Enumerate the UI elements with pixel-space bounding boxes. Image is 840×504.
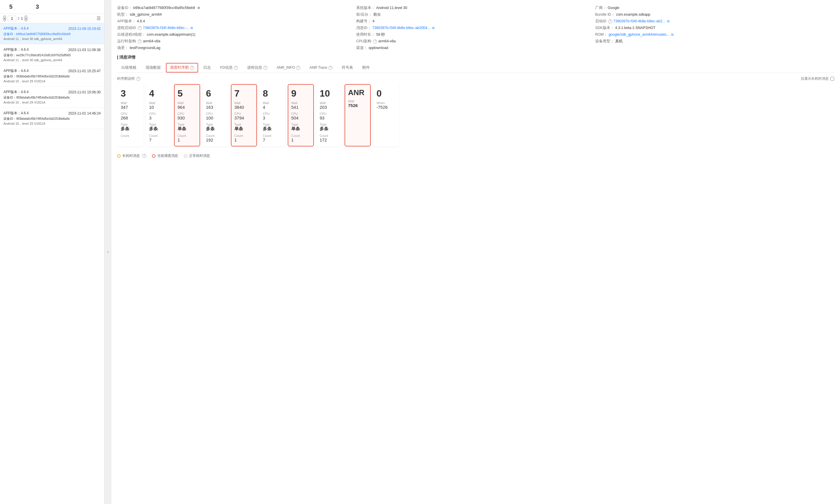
- tab-timeline[interactable]: 调度时序图?: [166, 63, 198, 72]
- tab-attach[interactable]: 附件: [358, 63, 374, 72]
- list-app-ver: APP版本：4.6.4: [3, 111, 29, 116]
- card-c5[interactable]: 5 Wall 964 CPU 930 Type 单条 Count 1: [174, 84, 200, 146]
- card-c4[interactable]: 4 Wall 10 CPU 3 Type 多条 Count 7: [146, 84, 172, 146]
- model-row: 机型： sdk_gphone_arm64: [117, 11, 354, 18]
- list-item[interactable]: APP版本：4.6.4 2023-11-09 15:19:42 设备ID：b99…: [0, 23, 104, 44]
- runtime-value: arm64-v8a: [143, 39, 160, 43]
- process-start-help-icon[interactable]: ?: [138, 26, 142, 30]
- process-start-copy-icon[interactable]: ⧉: [191, 26, 193, 30]
- card-c10[interactable]: 10 Wall 203 CPU 93 Type 多条 Count 172: [316, 84, 342, 146]
- rom-label: ROM：: [595, 32, 607, 37]
- process-help-icon[interactable]: ?: [263, 66, 267, 70]
- list-item[interactable]: APP版本：4.6.4 2023-11-01 14:46:24 设备ID：9f3…: [0, 108, 104, 129]
- tab-anr_info[interactable]: ANR_INFO?: [273, 63, 304, 72]
- card-c8[interactable]: 8 Wall 4 CPU 3 Type 多条 Count 7: [259, 84, 285, 146]
- tab-fd[interactable]: FD信息?: [216, 63, 242, 72]
- card-type-label: Type: [121, 123, 140, 126]
- tab-log[interactable]: 日志: [199, 63, 215, 72]
- card-wall-value: 4: [263, 105, 282, 110]
- card-count-value: 1: [178, 138, 197, 142]
- timeline-help-icon[interactable]: ?: [190, 66, 194, 70]
- legend-label: 正常耗时消息: [189, 154, 210, 158]
- front-back-value: 前台: [373, 12, 381, 17]
- list-date: 2023-11-01 15:06:30: [69, 90, 101, 94]
- card-cpu-value: 100: [206, 115, 225, 120]
- runtime-help-icon[interactable]: ?: [138, 39, 142, 43]
- fd-help-icon[interactable]: ?: [234, 66, 238, 70]
- only-long-checkbox[interactable]: [830, 77, 834, 80]
- card-count-label: Count: [320, 134, 339, 138]
- globe-icon: ⊕: [197, 6, 200, 10]
- card-count-label: Count: [234, 134, 253, 138]
- msg-id-copy-icon[interactable]: ⧉: [432, 26, 434, 30]
- start-id-help-icon[interactable]: ?: [608, 19, 612, 23]
- card-c3[interactable]: 3 Wall 347 CPU 268 Type 多条 Count: [117, 84, 143, 146]
- list-device-id: 设备ID：9f3bbda6cf0b74f54d5e3d2253bb6a9c: [3, 116, 101, 121]
- panel-divider[interactable]: »: [104, 0, 111, 504]
- card-wall-label: Wall: [320, 101, 339, 105]
- card-c6[interactable]: 6 Wall 163 CPU 100 Type 多条 Count 192: [202, 84, 229, 146]
- next-page-button[interactable]: ›: [25, 16, 27, 21]
- start-id-copy-icon[interactable]: ⧉: [667, 19, 669, 23]
- list-app-ver: APP版本：4.6.4: [3, 47, 29, 52]
- cpu-arch-value: arm64-v8a: [378, 39, 396, 43]
- list-item[interactable]: APP版本：4.6.4 2023-11-03 11:08:38 设备ID：ee2…: [0, 44, 104, 66]
- card-number: 3: [121, 88, 140, 99]
- page-total: 1: [21, 16, 23, 21]
- card-canr[interactable]: ANR Wall 7526: [344, 84, 371, 146]
- manufacturer-label: 厂商：: [595, 5, 607, 11]
- chart-help-icon[interactable]: ?: [136, 77, 140, 81]
- card-count-value: 1: [291, 138, 310, 142]
- scene-label: 场景：: [117, 46, 128, 51]
- card-number: 0: [376, 88, 396, 99]
- card-type-label: Type: [291, 123, 310, 126]
- section-title-text: 消息详情: [119, 55, 136, 60]
- page-separator: /: [18, 16, 19, 21]
- chart-desc: 时序图说明 ?: [117, 76, 140, 81]
- legend-item-orange: 长耗时消息 ?: [117, 154, 146, 158]
- card-count-label: Count: [291, 134, 310, 138]
- runtime-label: 运行时架构: [117, 39, 136, 44]
- tab-symbol[interactable]: 符号表: [338, 63, 357, 72]
- tab-stack[interactable]: 出错堆栈: [117, 63, 140, 72]
- legend-dot: [152, 154, 156, 158]
- card-wall-label: Wall: [234, 101, 253, 105]
- card-c0[interactable]: 0 When -7526: [373, 84, 399, 146]
- card-type-label: Type: [263, 123, 282, 126]
- build-num-value: 4: [372, 19, 374, 23]
- legend-label: 当前调度消息: [157, 154, 178, 158]
- list-item[interactable]: APP版本：4.6.4 2023-11-01 15:06:30 设备ID：9f3…: [0, 87, 104, 108]
- menu-icon[interactable]: ☰: [96, 16, 101, 21]
- runtime-row: 运行时架构 ? arm64-v8a: [117, 38, 354, 44]
- card-c9[interactable]: 9 Wall 541 CPU 504 Type 单条 Count 1: [288, 84, 314, 146]
- card-cpu-value: 93: [320, 115, 339, 120]
- app-ver-value: 4.6.4: [137, 19, 145, 23]
- card-type-label: Type: [149, 123, 168, 126]
- card-wall-label: Wall: [291, 101, 310, 105]
- prev-page-button[interactable]: ‹: [3, 16, 6, 21]
- device-id-row: 设备ID： b99ca7ab84877580f39cc4fa95c56eb9 ⊕: [117, 5, 354, 11]
- card-c7[interactable]: 7 Wall 3840 CPU 3794 Type 单条 Count 1: [231, 84, 257, 146]
- anr_info-help-icon[interactable]: ?: [296, 66, 300, 70]
- legend-help-icon[interactable]: ?: [142, 154, 146, 158]
- tab-anr_trace[interactable]: ANR Trace?: [305, 63, 337, 72]
- card-number: ANR: [348, 88, 367, 97]
- tab-process[interactable]: 进程信息?: [243, 63, 271, 72]
- card-type-value: 多条: [121, 126, 140, 132]
- card-type-value: 多条: [206, 126, 225, 132]
- bundle-id-value: com.example.sdkapp: [616, 13, 650, 17]
- card-cpu-label: CPU: [149, 112, 168, 115]
- card-wall-label: Wall: [348, 100, 367, 103]
- list-app-ver: APP版本：4.6.4: [3, 26, 29, 31]
- count-3: 3: [36, 3, 39, 10]
- cpu-arch-help-icon[interactable]: ?: [373, 39, 377, 43]
- cpu-arch-label: CPU架构: [356, 39, 371, 44]
- anr_trace-help-icon[interactable]: ?: [328, 66, 333, 70]
- system-ver-value: Android 11,level 30: [376, 6, 407, 10]
- legend-dot: [184, 154, 187, 158]
- page-input[interactable]: [7, 16, 16, 21]
- card-wall-value: 541: [291, 105, 310, 110]
- list-item[interactable]: APP版本：4.6.4 2023-11-01 15:25:47 设备ID：9f3…: [0, 66, 104, 87]
- rom-copy-icon[interactable]: ⧉: [671, 33, 674, 37]
- tab-scene[interactable]: 现场数据: [142, 63, 165, 72]
